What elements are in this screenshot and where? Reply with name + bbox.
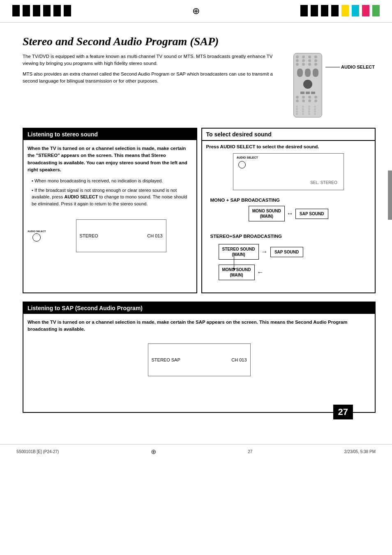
footer-center: 27 [248, 449, 252, 454]
page-number: 27 [333, 405, 353, 419]
mono-sound-box: MONO SOUND(MAIN) [249, 206, 285, 221]
stereo-screen-display: STEREO CH 013 [76, 219, 166, 252]
footer-right: 2/23/05, 5:38 PM [344, 449, 376, 454]
mono-sap-section: MONO + SAP BROADCASTING MONO SOUND(MAIN)… [206, 194, 371, 230]
audio-select-button-select[interactable] [238, 161, 246, 168]
footer-center-registration: ⊕ [151, 448, 156, 456]
sap-bold-text: When the TV is turned on or a channel se… [28, 319, 371, 333]
footer-left: 5S00101B [E] (P24-27) [16, 449, 59, 454]
select-screen-display: AUDIO SELECT SEL. STEREO [233, 153, 344, 190]
sap-screen-display: STEREO SAP CH 013 [148, 343, 251, 376]
stereo-bullet-2: If the broadcast signal is not strong en… [28, 187, 192, 207]
press-audio-text: Press AUDIO SELECT to select the desired… [206, 144, 371, 149]
two-col-section: Listening to stereo sound When the TV is… [23, 128, 376, 293]
sap-section-header: Listening to SAP (Second Audio Program) [23, 302, 375, 314]
stereo-sound-box: STEREO SOUND(MAIN) [219, 244, 259, 260]
arrow-both: ↔ [287, 210, 293, 217]
arrow-left-1: ← [257, 269, 264, 276]
sap-sound-box-2: SAP SOUND [270, 247, 303, 257]
stereo-section-header: Listening to stereo sound [23, 129, 196, 140]
top-bar: ⊕ [0, 0, 392, 23]
audio-select-button-stereo[interactable]: AUDIO SELECT [28, 230, 46, 242]
select-sound-section: To select desired sound Press AUDIO SELE… [201, 128, 376, 293]
sap-sound-box-1: SAP SOUND [295, 209, 328, 219]
sap-section: Listening to SAP (Second Audio Program) … [23, 302, 376, 413]
sel-stereo-label: SEL. STEREO [310, 180, 337, 185]
mono-sound-box-2: MONO SOUND(MAIN) [219, 265, 255, 280]
top-registration-mark: ⊕ [192, 6, 200, 16]
audio-select-label: AUDIO SELECT [341, 64, 375, 69]
page-number-area: 27 [0, 405, 353, 419]
stereo-bullet-1: When mono broadcasting is received, no i… [28, 177, 192, 184]
select-sound-header: To select desired sound [202, 129, 375, 141]
page-title: Stereo and Second Audio Program (SAP) [23, 35, 376, 48]
tv-operation-sidebar: TV operation [388, 170, 392, 220]
intro-text: The TV/DVD is equipped with a feature kn… [23, 53, 285, 117]
stereo-sap-section: STEREO+SAP BROADCASTING STEREO SOUND(MAI… [206, 230, 371, 288]
stereo-bold-text: When the TV is turned on or a channel se… [28, 145, 192, 173]
stereo-section: Listening to stereo sound When the TV is… [23, 128, 197, 293]
arrow-right-1: → [261, 248, 268, 256]
remote-graphic [293, 53, 322, 117]
